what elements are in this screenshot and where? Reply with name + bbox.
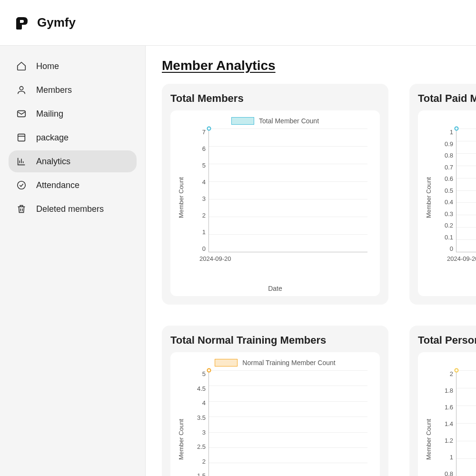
nav-label: Attendance bbox=[36, 180, 79, 190]
plot-area: 2024-09-20 bbox=[208, 129, 367, 252]
grid-line bbox=[209, 129, 367, 129]
grid-line bbox=[209, 217, 367, 217]
nav-label: Deleted members bbox=[36, 204, 104, 214]
y-tick: 0.8 bbox=[445, 152, 453, 159]
grid-line bbox=[209, 234, 367, 235]
y-tick: 4 bbox=[202, 178, 206, 186]
y-tick: 0.8 bbox=[445, 470, 453, 476]
y-tick: 7 bbox=[202, 129, 206, 136]
y-axis-label: Member Count bbox=[178, 419, 185, 460]
y-tick: 0.2 bbox=[445, 222, 453, 229]
y-tick: 5 bbox=[202, 370, 206, 377]
grid-line bbox=[209, 146, 367, 147]
y-tick: 2 bbox=[202, 458, 206, 465]
trash-icon bbox=[16, 204, 27, 214]
chart-area: Member Count765432102024-09-20 bbox=[198, 129, 367, 267]
y-tick: 0.3 bbox=[445, 210, 453, 218]
grid-line bbox=[209, 416, 367, 417]
grid-line bbox=[456, 441, 476, 441]
grid-line bbox=[209, 164, 367, 164]
chart-box: Total Member CountMember Count7654321020… bbox=[170, 110, 380, 296]
y-tick: 0.4 bbox=[445, 198, 453, 206]
data-point bbox=[207, 127, 211, 131]
grid-line bbox=[209, 370, 367, 371]
card-personal-training: Total Person Member Count21.81.61.41.210… bbox=[409, 326, 476, 476]
nav-item-package[interactable]: package bbox=[9, 127, 137, 149]
grid-line bbox=[456, 458, 476, 459]
y-tick: 4 bbox=[202, 399, 206, 407]
y-tick: 1 bbox=[450, 454, 453, 461]
y-axis-label: Member Count bbox=[178, 177, 185, 218]
y-tick: 1 bbox=[450, 129, 453, 136]
y-tick: 0.9 bbox=[445, 140, 453, 148]
card-title: Total Person bbox=[418, 334, 476, 347]
data-point bbox=[455, 127, 459, 131]
y-tick: 5 bbox=[202, 162, 206, 169]
logo[interactable]: Gymfy bbox=[14, 15, 76, 30]
x-axis-label: Date bbox=[426, 285, 476, 292]
legend-swatch bbox=[215, 359, 238, 367]
check-icon bbox=[16, 180, 27, 190]
nav-label: package bbox=[36, 133, 69, 143]
y-tick: 1.2 bbox=[445, 437, 453, 444]
grid-line bbox=[456, 239, 476, 240]
y-axis: 54.543.532.521.51 bbox=[194, 370, 206, 476]
grid-line bbox=[456, 190, 476, 191]
nav-item-deleted[interactable]: Deleted members bbox=[9, 198, 137, 220]
grid-line bbox=[209, 199, 367, 199]
home-icon bbox=[16, 61, 27, 71]
y-tick: 2 bbox=[202, 212, 206, 219]
user-icon bbox=[16, 85, 27, 95]
nav-label: Mailing bbox=[36, 109, 63, 119]
card-total-paid: Total Paid M Member Count10.90.80.70.60.… bbox=[409, 84, 476, 305]
chart-area: Member Count54.543.532.521.512024-09-20 bbox=[198, 370, 367, 476]
nav-item-home[interactable]: Home bbox=[9, 55, 137, 77]
y-axis: 76543210 bbox=[194, 129, 206, 252]
page-title: Member Analytics bbox=[162, 58, 460, 73]
chart-box: Member Count10.90.80.70.60.50.40.30.20.1… bbox=[418, 110, 476, 296]
nav-item-members[interactable]: Members bbox=[9, 79, 137, 101]
chart-icon bbox=[16, 156, 27, 167]
x-tick: 2024-09-20 bbox=[447, 255, 476, 262]
svg-point-3 bbox=[18, 181, 26, 189]
cards-row-1: Total Members Total Member CountMember C… bbox=[162, 84, 460, 305]
logo-icon bbox=[14, 15, 30, 30]
plot-area: 2024-09-20 bbox=[208, 370, 367, 476]
chart-legend bbox=[426, 117, 476, 125]
y-tick: 2 bbox=[450, 370, 453, 377]
y-tick: 1 bbox=[202, 228, 206, 236]
grid-line bbox=[209, 401, 367, 402]
y-tick: 3 bbox=[202, 195, 206, 202]
y-tick: 3.5 bbox=[197, 414, 206, 421]
legend-swatch bbox=[231, 117, 254, 125]
cards-row-2: Total Normal Training Members Normal Tra… bbox=[162, 326, 460, 476]
grid-line bbox=[209, 181, 367, 182]
y-tick: 0.5 bbox=[445, 187, 453, 194]
y-tick: 4.5 bbox=[197, 385, 206, 392]
y-tick: 0.7 bbox=[445, 164, 453, 171]
grid-line bbox=[456, 129, 476, 129]
grid-line bbox=[209, 447, 367, 448]
y-axis: 21.81.61.41.210.80.6 bbox=[442, 370, 453, 476]
grid-line bbox=[209, 463, 367, 463]
nav-item-attendance[interactable]: Attendance bbox=[9, 174, 137, 196]
data-point bbox=[207, 368, 211, 373]
chart-legend bbox=[426, 359, 476, 367]
card-title: Total Paid M bbox=[418, 92, 476, 105]
plot-area: 2024-09-20 bbox=[456, 370, 476, 476]
y-tick: 1.6 bbox=[445, 404, 453, 411]
chart-box: Normal Training Member CountMember Count… bbox=[170, 352, 380, 476]
header: Gymfy bbox=[0, 0, 476, 46]
grid-line bbox=[456, 141, 476, 141]
nav-item-analytics[interactable]: Analytics bbox=[9, 150, 137, 172]
mail-icon bbox=[16, 109, 27, 119]
grid-line bbox=[456, 406, 476, 406]
y-axis-label: Member Count bbox=[425, 177, 432, 218]
legend-text: Normal Training Member Count bbox=[242, 359, 335, 367]
card-normal-training: Total Normal Training Members Normal Tra… bbox=[162, 326, 388, 476]
y-tick: 6 bbox=[202, 145, 206, 152]
nav-item-mailing[interactable]: Mailing bbox=[9, 103, 137, 125]
legend-text: Total Member Count bbox=[259, 117, 319, 125]
sidebar: Home Members Mailing package Analytics A… bbox=[0, 46, 146, 476]
card-title: Total Normal Training Members bbox=[170, 334, 380, 347]
